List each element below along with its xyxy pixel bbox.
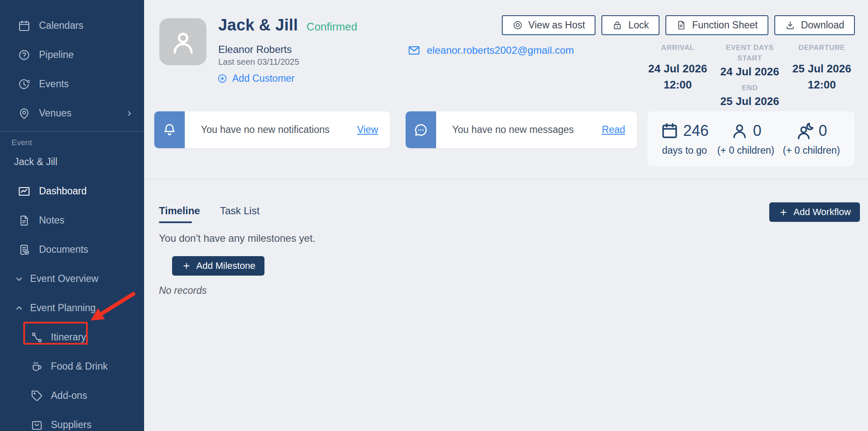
departure-column: DEPARTURE 25 Jul 2026 12:00 [786, 43, 858, 108]
button-label: Function Sheet [692, 19, 758, 31]
last-seen-text: Last seen 03/11/2025 [218, 57, 299, 67]
departure-label: DEPARTURE [786, 43, 858, 52]
chevron-up-icon [14, 304, 24, 313]
stat-value: 0 [819, 122, 827, 140]
route-icon [31, 331, 43, 344]
envelope-icon [408, 44, 420, 57]
sidebar-item-event-overview[interactable]: Event Overview [0, 264, 144, 293]
view-notifications-link[interactable]: View [357, 124, 378, 135]
lock-button[interactable]: Lock [601, 15, 659, 35]
avatar [159, 18, 206, 65]
start-label: START [714, 54, 786, 63]
arrival-label: ARRIVAL [642, 43, 714, 52]
download-button[interactable]: Download [774, 15, 855, 35]
stat-label: (+ 0 children) [717, 145, 774, 156]
no-records-text: No records [159, 285, 206, 296]
messages-card: You have no new messages Read [406, 111, 637, 148]
clock-icon [18, 78, 31, 91]
end-label: END [714, 83, 786, 92]
view-as-host-button[interactable]: View as Host [502, 15, 596, 35]
calendar-icon [660, 122, 679, 140]
button-label: Lock [628, 19, 649, 31]
sidebar-item-pipeline[interactable]: Pipeline [0, 40, 144, 69]
sidebar-item-label: Venues [39, 108, 72, 119]
plus-circle-icon [217, 73, 228, 84]
stat-overnight-guests: 0 (+ 0 children) [783, 122, 840, 166]
sidebar-section-label: Event [0, 132, 144, 147]
active-tab-indicator [159, 221, 192, 223]
sidebar-item-calendars[interactable]: Calendars [0, 11, 144, 40]
plus-icon [779, 207, 788, 217]
arrival-date: 24 Jul 2026 [642, 62, 714, 75]
main-content: Jack & Jill Confirmed Eleanor Roberts La… [144, 0, 868, 431]
sidebar-item-label: Dashboard [39, 185, 87, 197]
function-sheet-button[interactable]: Function Sheet [665, 15, 768, 35]
plus-icon [181, 261, 191, 271]
lock-icon [612, 20, 623, 30]
tab-timeline[interactable]: Timeline [159, 205, 200, 217]
sidebar-item-label: Documents [39, 244, 88, 255]
arrival-time: 12:00 [642, 78, 714, 91]
sidebar-item-notes[interactable]: Notes [0, 206, 144, 235]
sidebar-item-dashboard[interactable]: Dashboard [0, 177, 144, 206]
stats-card: 246 days to go 0 (+ 0 children) 0 (+ 0 c… [648, 111, 854, 166]
sidebar-item-events[interactable]: Events [0, 69, 144, 99]
departure-time: 12:00 [786, 78, 858, 91]
button-label: View as Host [529, 19, 585, 31]
view-icon [512, 20, 523, 30]
section-divider [144, 179, 868, 180]
event-dates: ARRIVAL 24 Jul 2026 12:00 EVENT DAYS STA… [642, 43, 858, 108]
customer-email: eleanor.roberts2002@gmail.com [427, 44, 574, 56]
chat-bubble-icon [413, 122, 428, 138]
event-days-column: EVENT DAYS START 24 Jul 2026 END 25 Jul … [714, 43, 786, 108]
chevron-right-icon [125, 110, 133, 117]
sidebar-item-event-planning[interactable]: Event Planning [0, 293, 144, 323]
bell-icon [162, 122, 177, 138]
sidebar-item-label: Calendars [39, 20, 83, 31]
notifications-card: You have no new notifications View [154, 111, 390, 148]
person-moon-icon [796, 122, 815, 140]
sidebar-event-name: Jack & Jill [0, 147, 144, 168]
sidebar-item-add-ons[interactable]: Add-ons [0, 381, 144, 410]
document-check-icon [18, 243, 31, 256]
stat-label: (+ 0 children) [783, 145, 840, 156]
add-workflow-label: Add Workflow [793, 207, 851, 218]
tab-task-list[interactable]: Task List [220, 205, 259, 217]
customer-email-link[interactable]: eleanor.roberts2002@gmail.com [408, 44, 574, 57]
case-icon [31, 419, 43, 431]
sidebar-item-venues[interactable]: Venues [0, 99, 144, 128]
sidebar: Calendars Pipeline Events Venues Event J… [0, 0, 144, 431]
empty-milestones-message: You don't have any milestones yet. [159, 232, 315, 244]
stat-label: days to go [660, 145, 709, 156]
arrival-column: ARRIVAL 24 Jul 2026 12:00 [642, 43, 714, 108]
notification-icon-square [154, 111, 185, 148]
read-messages-link[interactable]: Read [602, 124, 625, 135]
coffee-icon [31, 360, 43, 373]
sidebar-item-suppliers[interactable]: Suppliers [0, 410, 144, 431]
stat-value: 0 [753, 122, 762, 140]
add-workflow-button[interactable]: Add Workflow [769, 202, 860, 222]
tabs: Timeline Task List [159, 205, 259, 217]
stat-value: 246 [683, 122, 709, 140]
sidebar-item-label: Event Planning [30, 302, 96, 314]
download-icon [785, 20, 796, 30]
messages-text: You have no new messages [452, 124, 574, 135]
sidebar-item-food-drink[interactable]: Food & Drink [0, 352, 144, 381]
sidebar-item-itinerary[interactable]: Itinerary [0, 323, 144, 352]
event-days-label: EVENT DAYS [714, 43, 786, 52]
file-icon [676, 20, 687, 30]
header-actions: View as Host Lock Function Sheet Downloa… [502, 15, 855, 35]
departure-date: 25 Jul 2026 [786, 62, 858, 75]
add-customer-button[interactable]: Add Customer [217, 73, 295, 84]
sidebar-item-label: Event Overview [30, 273, 98, 285]
tag-icon [31, 390, 43, 402]
sidebar-item-documents[interactable]: Documents [0, 235, 144, 264]
add-milestone-label: Add Milestone [196, 260, 255, 271]
person-icon [730, 122, 749, 140]
note-icon [18, 214, 31, 227]
sidebar-item-label: Add-ons [51, 390, 87, 401]
customer-name: Eleanor Roberts [218, 44, 292, 55]
sidebar-item-label: Pipeline [39, 49, 74, 61]
add-milestone-button[interactable]: Add Milestone [172, 256, 264, 276]
notifications-text: You have no new notifications [201, 124, 329, 135]
